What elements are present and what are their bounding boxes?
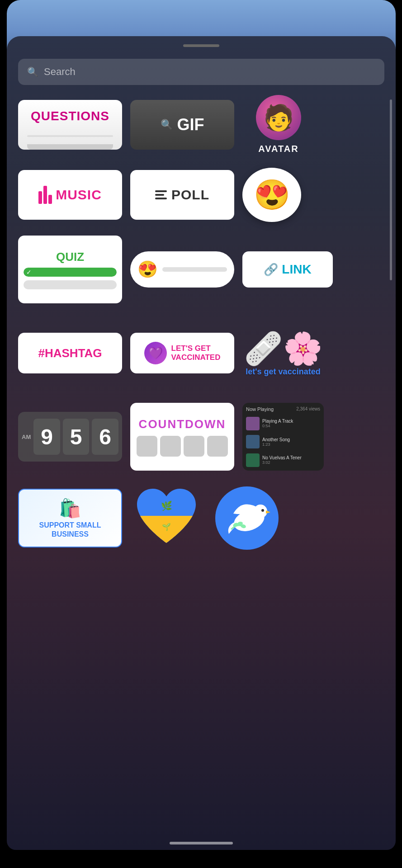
- music-feed-title: Now Playing: [246, 406, 274, 412]
- countdown-blocks: [137, 436, 228, 457]
- avatar-label: AVATAR: [258, 144, 298, 154]
- countdown-block-2: [160, 436, 181, 457]
- sticker-emoji-slider[interactable]: 😍: [130, 251, 234, 288]
- sticker-questions[interactable]: QUESTIONS: [18, 100, 122, 150]
- sticker-support-small-business[interactable]: 🛍️ SUPPORT SMALL BUSINESS: [18, 489, 122, 547]
- home-bar: [170, 842, 233, 844]
- music-feed-header: Now Playing 2,364 views: [246, 406, 320, 412]
- link-icon: 🔗: [264, 263, 278, 277]
- questions-line: [27, 135, 113, 137]
- music-feed-thumb-2: [246, 435, 260, 448]
- sticker-vaccine-art[interactable]: 🩹 🌸 let's get vaccinated: [242, 317, 324, 389]
- clock-ampm: AM: [22, 434, 31, 440]
- svg-text:🌱: 🌱: [162, 523, 171, 531]
- countdown-block-1: [137, 436, 157, 457]
- sticker-music[interactable]: MUSIC: [18, 170, 122, 220]
- svg-text:🌿: 🌿: [161, 500, 172, 511]
- countdown-block-4: [207, 436, 228, 457]
- poll-line-1: [155, 190, 167, 192]
- sticker-quiz[interactable]: QUIZ ✓: [18, 236, 122, 303]
- quiz-bar-active-wrap: ✓: [24, 268, 117, 277]
- ukraine-heart-svg: 🌿 🌱: [130, 484, 203, 552]
- quiz-bar-active: ✓: [24, 268, 117, 277]
- music-label: MUSIC: [56, 187, 102, 203]
- music-feed-thumb-3: [246, 453, 260, 467]
- sticker-poll[interactable]: POLL: [130, 170, 234, 220]
- hashtag-label: #HASHTAG: [38, 346, 102, 360]
- search-bar[interactable]: 🔍 Search: [18, 59, 384, 85]
- music-feed-time-1: 0:54: [262, 424, 320, 428]
- link-label: LINK: [282, 262, 311, 277]
- music-feed-time-2: 1:23: [262, 442, 320, 447]
- music-feed-thumb-1: [246, 417, 260, 430]
- music-feed-info-2: Another Song 1:23: [262, 437, 320, 447]
- scrollbar[interactable]: [390, 99, 392, 280]
- sticker-ukraine-heart[interactable]: 🌿 🌱: [130, 484, 203, 552]
- avatar-image: 🧑: [256, 95, 301, 140]
- sticker-avatar[interactable]: 🧑 AVATAR: [242, 95, 315, 154]
- sticker-dove[interactable]: [211, 484, 283, 552]
- vaccine-logo: 💜: [144, 342, 167, 364]
- svg-point-6: [261, 509, 264, 512]
- clock-digit-sec: 6: [92, 419, 118, 455]
- poll-label: POLL: [171, 187, 209, 203]
- sticker-row-1: QUESTIONS 🔍 GIF 🧑 AVATAR: [18, 95, 389, 154]
- questions-label: QUESTIONS: [31, 109, 109, 123]
- quiz-label: QUIZ: [56, 250, 84, 264]
- flower-icon: 🌸: [283, 330, 322, 367]
- slider-track: [162, 267, 227, 272]
- sticker-countdown[interactable]: COUNTDOWN: [130, 403, 234, 471]
- music-feed-info-3: No Vuelvas A Tener 3:02: [262, 455, 320, 465]
- music-bar-2: [43, 186, 47, 204]
- music-feed-track-2: Another Song: [262, 437, 320, 442]
- clock-digit-hour: 9: [33, 419, 60, 455]
- sticker-row-3: QUIZ ✓ 😍 🔗 LINK: [18, 236, 389, 303]
- sticker-row-4: #HASHTAG 💜 LET'S GETVACCINATED 🩹 🌸 let's…: [18, 317, 389, 389]
- music-bars: [38, 186, 52, 204]
- countdown-block-3: [184, 436, 204, 457]
- poll-line-3: [155, 198, 167, 199]
- music-feed-track-3: No Vuelvas A Tener: [262, 455, 320, 460]
- search-placeholder: Search: [44, 66, 76, 78]
- sticker-music-feed[interactable]: Now Playing 2,364 views Playing A Track …: [242, 403, 324, 471]
- clock-digit-min: 5: [63, 419, 90, 455]
- vaccinated-label: LET'S GETVACCINATED: [171, 344, 221, 363]
- vaccine-art-icons: 🩹 🌸: [244, 330, 322, 367]
- support-bag-icon: 🛍️: [59, 498, 81, 519]
- phone-container: 🔍 Search QUESTIONS 🔍 GIF 🧑: [0, 0, 402, 868]
- sticker-clock[interactable]: AM 9 5 6: [18, 412, 122, 462]
- bandage-icon: 🩹: [244, 330, 283, 367]
- sticker-row-6: 🛍️ SUPPORT SMALL BUSINESS 🌿: [18, 484, 389, 552]
- questions-shadow: [27, 144, 113, 150]
- vaccine-art-label: let's get vaccinated: [246, 367, 320, 377]
- support-label: SUPPORT SMALL BUSINESS: [24, 521, 117, 538]
- slider-emoji: 😍: [137, 260, 158, 279]
- drag-handle: [183, 44, 219, 47]
- music-feed-time-3: 3:02: [262, 460, 320, 465]
- sticker-row-5: AM 9 5 6 COUNTDOWN Now Play: [18, 403, 389, 471]
- countdown-label: COUNTDOWN: [139, 417, 226, 431]
- quiz-bar-inactive: [24, 280, 117, 289]
- emoji-reaction-icon: 😍: [254, 178, 290, 212]
- poll-line-2: [155, 194, 164, 196]
- sticker-emoji-reaction[interactable]: 😍: [242, 168, 301, 222]
- gif-search-icon: 🔍: [161, 119, 173, 131]
- search-icon: 🔍: [27, 66, 38, 77]
- dove-svg: [211, 484, 283, 552]
- music-feed-info-1: Playing A Track 0:54: [262, 419, 320, 428]
- music-feed-row-1: Playing A Track 0:54: [246, 417, 320, 430]
- sticker-gif[interactable]: 🔍 GIF: [130, 100, 234, 150]
- main-panel: 🔍 Search QUESTIONS 🔍 GIF 🧑: [7, 36, 396, 850]
- sticker-link[interactable]: 🔗 LINK: [242, 251, 333, 288]
- gif-label: GIF: [177, 115, 204, 134]
- music-bar-3: [48, 195, 52, 204]
- poll-icon: [155, 190, 167, 199]
- music-bar-1: [38, 191, 42, 204]
- sticker-vaccinated[interactable]: 💜 LET'S GETVACCINATED: [130, 333, 234, 373]
- vaccine-heart-icon: 💜: [148, 346, 163, 360]
- music-feed-row-2: Another Song 1:23: [246, 435, 320, 448]
- music-feed-row-3: No Vuelvas A Tener 3:02: [246, 453, 320, 467]
- music-feed-count: 2,364 views: [296, 406, 320, 412]
- sticker-hashtag[interactable]: #HASHTAG: [18, 333, 122, 373]
- sticker-row-2: MUSIC POLL 😍: [18, 168, 389, 222]
